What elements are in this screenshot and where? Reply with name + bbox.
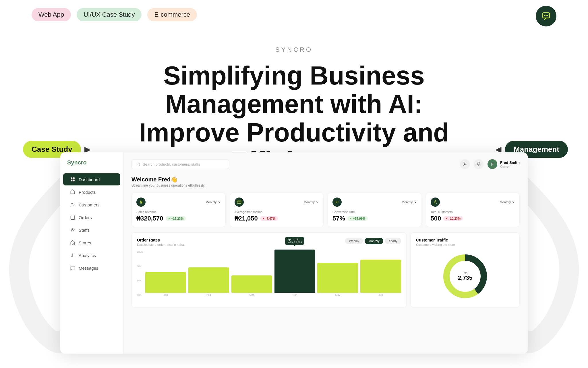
bar-group: Feb [188,267,229,296]
sidebar-label-customers: Customers [79,202,100,207]
chart-tabs: Weekly Monthly Yearly [345,238,401,244]
order-rates-title: Order Rates [137,238,185,242]
sidebar-logo: Syncro [60,159,123,173]
svg-point-3 [547,15,548,16]
bar-group: Jun [360,260,401,296]
bar-mar[interactable] [231,275,272,293]
y-axis-labels: 100K 80K 60K 40K [137,250,143,296]
svg-point-9 [72,228,74,230]
svg-point-2 [546,15,547,16]
sidebar-item-staffs[interactable]: Staffs [63,224,120,236]
top-badges-container: Web App UI/UX Case Study E-commerce [32,8,197,21]
bar-feb[interactable] [188,267,229,293]
sidebar-item-orders[interactable]: Orders [63,211,120,223]
stat-card-sales-revenue: ₦ Monthly Sales revenue ₦320,570 +15.23% [131,193,226,227]
sales-label: Sales revenue [136,210,221,214]
conversion-period-selector[interactable]: Monthly [402,200,417,204]
sidebar-item-products[interactable]: Products [63,186,120,198]
user-role: Owner [500,165,520,168]
transaction-value: ₦21,050 [235,215,258,222]
user-avatar: F [488,159,497,169]
bar-group: May [317,263,358,296]
sidebar-label-analytics: Analytics [79,253,96,258]
conversion-icon [332,198,342,207]
dashboard-container: Syncro Dashboard Products [60,152,528,354]
sidebar: Syncro Dashboard Products [60,152,123,354]
order-rates-chart: Order Rates Detailed store order rates i… [131,232,407,308]
bar-group: Jan [145,272,186,296]
main-content: Search products, customers, staffs [123,152,528,354]
donut-center-label: Total 2,735 [458,271,472,281]
bar-may[interactable] [317,263,358,293]
charts-row: Order Rates Detailed store order rates i… [131,232,520,308]
tab-yearly[interactable]: Yearly [385,238,401,244]
stat-card-conversion: Monthly Conversion rate 57% +55.99% [328,193,422,227]
svg-rect-4 [71,177,72,179]
bar-jan[interactable] [145,272,186,293]
conversion-badge: +55.99% [347,216,368,221]
stat-cards-row: ₦ Monthly Sales revenue ₦320,570 +15.23% [131,193,520,227]
svg-rect-12 [72,243,74,245]
customers-icon [431,198,440,207]
customer-traffic-title: Customer Traffic [416,238,514,242]
svg-point-1 [544,15,545,16]
svg-rect-7 [73,180,75,181]
sidebar-item-dashboard[interactable]: Dashboard [63,173,120,185]
bar-apr[interactable]: Apr 2024NGN 82,560 [274,250,315,293]
notifications-button[interactable] [474,159,483,169]
conversion-label: Conversion rate [332,210,417,214]
svg-point-10 [74,229,75,230]
sidebar-label-dashboard: Dashboard [79,177,100,182]
bar-chart: JanFebMarApr 2024NGN 82,560AprMayJun [145,250,401,296]
tab-weekly[interactable]: Weekly [345,238,363,244]
customers-value: 500 [431,215,441,222]
sidebar-item-stores[interactable]: Stores [63,237,120,249]
bar-tooltip: Apr 2024NGN 82,560 [285,237,304,245]
badge-ecommerce[interactable]: E-commerce [147,8,197,21]
welcome-subtitle: Streamline your business operations effo… [131,183,520,187]
gear-icon [463,162,467,166]
sidebar-label-products: Products [79,190,96,195]
svg-point-11 [71,229,71,230]
conversion-value: 57% [332,215,345,222]
bell-icon [476,162,481,166]
sidebar-label-stores: Stores [79,240,91,245]
badge-case-study[interactable]: UI/UX Case Study [77,8,142,21]
transaction-period-selector[interactable]: Monthly [303,200,319,204]
stat-card-avg-transaction: Monthly Average transaction ₦21,050 -7.4… [230,193,324,227]
donut-chart-wrapper: Total 2,735 [416,250,514,302]
sales-icon: ₦ [136,198,146,207]
sales-badge: +15.23% [166,216,186,221]
sidebar-item-customers[interactable]: Customers [63,199,120,211]
svg-point-8 [71,203,73,204]
top-right-chat-icon[interactable] [536,6,556,26]
badge-web-app[interactable]: Web App [32,8,71,21]
sidebar-item-messages[interactable]: Messages [63,262,120,274]
order-rates-subtitle: Detailed store order rates in naira. [137,243,185,246]
customers-period-selector[interactable]: Monthly [500,200,515,204]
bar-group: Mar [231,275,272,296]
search-icon [136,162,140,166]
hero-brand: SYNCRO [0,46,588,53]
header-icons: F Fred Smith Owner [460,159,520,169]
tab-monthly[interactable]: Monthly [365,238,383,244]
svg-rect-15 [237,201,241,203]
sidebar-item-analytics[interactable]: Analytics [63,249,120,261]
stat-card-total-customers: Monthly Total customers 500 -10.23% [426,193,520,227]
settings-button[interactable] [460,159,470,169]
customers-badge: -10.23% [443,216,463,221]
bar-month-label: Jun [379,294,383,296]
transaction-label: Average transaction [235,210,319,214]
header-row: Search products, customers, staffs [131,159,520,169]
bar-month-label: Apr [293,294,297,296]
sidebar-label-messages: Messages [79,266,98,271]
user-details: Fred Smith Owner [500,160,520,168]
sales-period-selector[interactable]: Monthly [206,200,221,204]
sidebar-label-staffs: Staffs [79,228,90,233]
search-bar[interactable]: Search products, customers, staffs [131,160,229,169]
customers-label: Total customers [431,210,515,214]
user-info[interactable]: F Fred Smith Owner [488,159,520,169]
bar-group: Apr 2024NGN 82,560Apr [274,250,315,296]
bar-jun[interactable] [360,260,401,293]
svg-point-14 [464,164,465,165]
